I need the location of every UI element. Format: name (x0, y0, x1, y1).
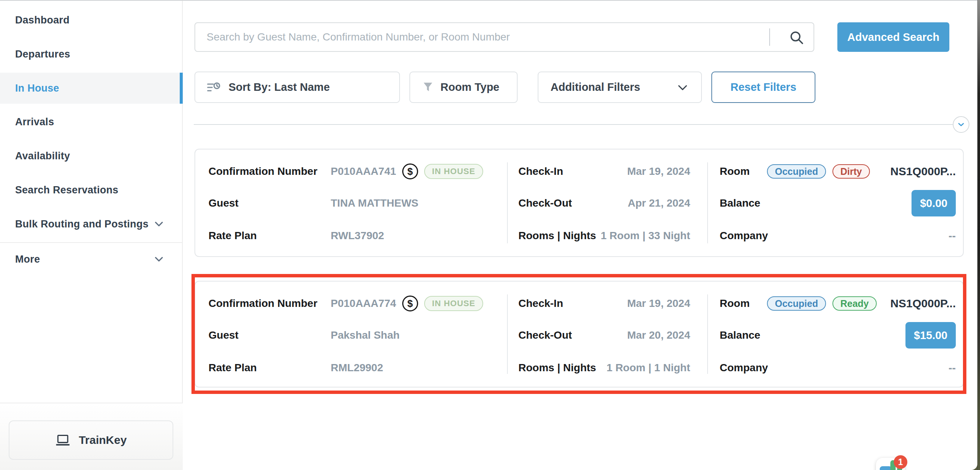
sidebar-item-bulk-routing[interactable]: Bulk Routing and Postings (0, 209, 183, 239)
sidebar-item-dashboard[interactable]: Dashboard (0, 5, 183, 35)
confirmation-number: P010AAA741 (331, 166, 396, 177)
balance-button[interactable]: $15.00 (905, 322, 956, 349)
chevron-down-icon (153, 253, 165, 265)
nav-label: More (15, 253, 40, 265)
card-guest-column: Confirmation Number P010AAA741 $ IN HOUS… (208, 150, 504, 256)
guest-label: Guest (208, 329, 331, 341)
search-input[interactable] (195, 23, 813, 51)
card-column-divider (707, 163, 708, 243)
notification-badge: 1 (894, 455, 907, 469)
check-out-label: Check-Out (519, 197, 572, 209)
rate-plan-value: RWL37902 (331, 230, 384, 242)
advanced-search-button[interactable]: Advanced Search (837, 22, 949, 52)
room-type-label: Room Type (441, 81, 500, 94)
balance-label: Balance (720, 329, 767, 341)
trainkey-label: TrainKey (79, 434, 127, 446)
chevron-down-icon (153, 218, 165, 230)
company-label: Company (720, 362, 767, 374)
sidebar-divider (0, 242, 183, 243)
card-dates-column: Check-In Mar 19, 2024 Check-Out Mar 20, … (519, 282, 690, 387)
check-out-date: Apr 21, 2024 (628, 197, 690, 209)
room-type-button[interactable]: Room Type (409, 72, 518, 103)
sidebar-item-in-house[interactable]: In House (0, 73, 183, 104)
rate-plan-label: Rate Plan (208, 230, 331, 242)
confirmation-label: Confirmation Number (208, 166, 331, 177)
card-room-column: Room Occupied Ready NS1Q000P... Balance … (720, 282, 956, 387)
app-window: Dashboard Departures In House Arrivals A… (0, 0, 977, 470)
check-in-label: Check-In (519, 166, 563, 177)
sort-by-button[interactable]: Sort By: Last Name (194, 72, 400, 103)
check-in-date: Mar 19, 2024 (627, 166, 690, 177)
search-icon[interactable] (789, 30, 805, 45)
folio-dollar-icon[interactable]: $ (402, 296, 418, 311)
nav-label: Arrivals (15, 116, 54, 128)
rate-plan-label: Rate Plan (208, 362, 331, 374)
occupancy-status-pill: Occupied (767, 164, 826, 178)
laptop-icon (55, 434, 70, 446)
company-value: -- (948, 230, 956, 242)
nav-label: Search Reservations (15, 184, 118, 196)
rooms-nights-label: Rooms | Nights (519, 362, 596, 374)
nav-label: Departures (15, 48, 70, 60)
reservation-card-selected[interactable]: Confirmation Number P010AAA774 $ IN HOUS… (194, 281, 964, 387)
check-out-label: Check-Out (519, 329, 572, 341)
confirmation-number: P010AAA774 (331, 298, 396, 309)
sidebar-item-departures[interactable]: Departures (0, 38, 183, 70)
guest-label: Guest (208, 197, 331, 209)
company-label: Company (720, 230, 767, 242)
company-value: -- (948, 362, 956, 374)
nav-label: Bulk Routing and Postings (15, 218, 149, 230)
room-number: NS1Q000P... (890, 165, 956, 178)
room-label: Room (720, 166, 767, 177)
check-in-date: Mar 19, 2024 (627, 298, 690, 309)
section-divider (194, 124, 953, 125)
sidebar-item-availability[interactable]: Availability (0, 140, 183, 171)
sort-icon (207, 81, 221, 94)
sidebar-footer: TrainKey (0, 403, 183, 470)
occupancy-status-pill: Occupied (767, 296, 826, 311)
balance-label: Balance (720, 197, 767, 209)
confirmation-label: Confirmation Number (208, 298, 331, 309)
card-room-column: Room Occupied Dirty NS1Q000P... Balance … (720, 150, 956, 256)
room-label: Room (720, 298, 767, 309)
collapse-toggle[interactable] (953, 116, 969, 133)
search-box (194, 22, 814, 52)
check-out-date: Mar 20, 2024 (627, 329, 690, 341)
reservation-card[interactable]: Confirmation Number P010AAA741 $ IN HOUS… (194, 149, 964, 257)
reset-filters-label: Reset Filters (730, 81, 796, 94)
guest-name: TINA MATTHEWS (331, 197, 418, 209)
sidebar-item-search-reservations[interactable]: Search Reservations (0, 174, 183, 206)
housekeeping-status-pill: Ready (832, 296, 877, 311)
card-guest-column: Confirmation Number P010AAA774 $ IN HOUS… (208, 282, 504, 387)
trainkey-button[interactable]: TrainKey (9, 421, 173, 460)
additional-filters-label: Additional Filters (550, 81, 640, 94)
card-column-divider (507, 163, 508, 243)
search-separator (769, 29, 770, 46)
housekeeping-status-pill: Dirty (832, 164, 870, 178)
balance-button[interactable]: $0.00 (912, 190, 956, 217)
sidebar-item-arrivals[interactable]: Arrivals (0, 106, 183, 137)
rate-plan-value: RML29902 (331, 362, 383, 374)
rooms-nights-value: 1 Room | 1 Night (606, 362, 690, 374)
sidebar-item-more[interactable]: More (0, 244, 183, 275)
chevron-down-icon (676, 81, 689, 94)
chevron-down-icon (956, 120, 966, 129)
room-number: NS1Q000P... (890, 297, 956, 310)
additional-filters-button[interactable]: Additional Filters (538, 72, 702, 103)
sidebar: Dashboard Departures In House Arrivals A… (0, 1, 183, 470)
status-badge: IN HOUSE (424, 296, 483, 311)
nav-label: Availability (15, 150, 70, 162)
rooms-nights-label: Rooms | Nights (519, 230, 596, 242)
nav-label: In House (15, 83, 59, 94)
nav-label: Dashboard (15, 14, 70, 26)
folio-dollar-icon[interactable]: $ (402, 164, 418, 179)
status-badge: IN HOUSE (424, 164, 483, 179)
check-in-label: Check-In (519, 298, 563, 309)
card-dates-column: Check-In Mar 19, 2024 Check-Out Apr 21, … (519, 150, 690, 256)
rooms-nights-value: 1 Room | 33 Night (600, 230, 690, 242)
funnel-icon (422, 82, 434, 93)
reset-filters-button[interactable]: Reset Filters (711, 72, 815, 103)
card-column-divider (507, 295, 508, 374)
screen: Dashboard Departures In House Arrivals A… (0, 0, 980, 470)
guest-name: Pakshal Shah (331, 329, 399, 341)
